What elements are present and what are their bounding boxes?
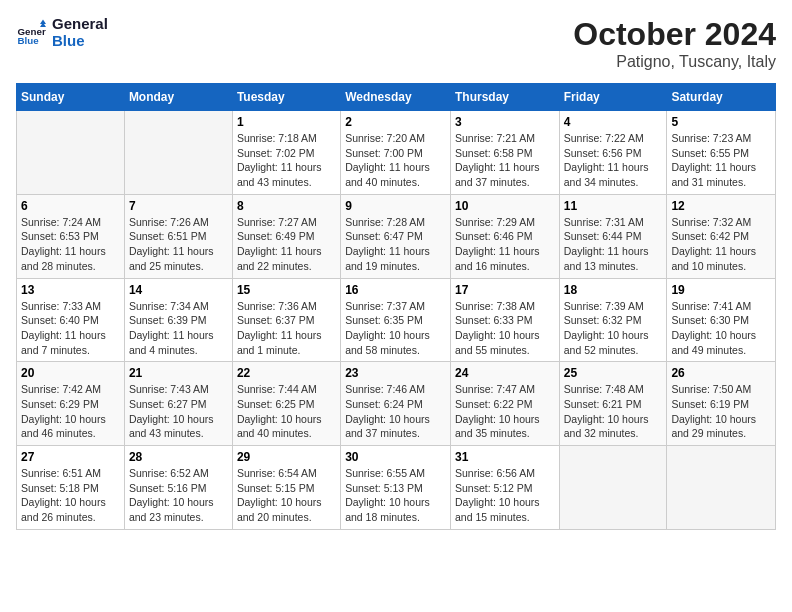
header-row: Sunday Monday Tuesday Wednesday Thursday…: [17, 84, 776, 111]
day-info: Sunrise: 7:28 AM Sunset: 6:47 PM Dayligh…: [345, 215, 446, 274]
calendar-cell: 18Sunrise: 7:39 AM Sunset: 6:32 PM Dayli…: [559, 278, 667, 362]
week-row-5: 27Sunrise: 6:51 AM Sunset: 5:18 PM Dayli…: [17, 446, 776, 530]
day-info: Sunrise: 7:44 AM Sunset: 6:25 PM Dayligh…: [237, 382, 336, 441]
day-number: 24: [455, 366, 555, 380]
day-number: 2: [345, 115, 446, 129]
day-number: 26: [671, 366, 771, 380]
day-info: Sunrise: 7:20 AM Sunset: 7:00 PM Dayligh…: [345, 131, 446, 190]
day-info: Sunrise: 7:21 AM Sunset: 6:58 PM Dayligh…: [455, 131, 555, 190]
day-info: Sunrise: 7:43 AM Sunset: 6:27 PM Dayligh…: [129, 382, 228, 441]
calendar-cell: 28Sunrise: 6:52 AM Sunset: 5:16 PM Dayli…: [124, 446, 232, 530]
day-number: 28: [129, 450, 228, 464]
calendar-cell: 26Sunrise: 7:50 AM Sunset: 6:19 PM Dayli…: [667, 362, 776, 446]
calendar-cell: [559, 446, 667, 530]
col-saturday: Saturday: [667, 84, 776, 111]
calendar-cell: [667, 446, 776, 530]
calendar-cell: 19Sunrise: 7:41 AM Sunset: 6:30 PM Dayli…: [667, 278, 776, 362]
day-info: Sunrise: 6:51 AM Sunset: 5:18 PM Dayligh…: [21, 466, 120, 525]
calendar-cell: [17, 111, 125, 195]
day-info: Sunrise: 6:56 AM Sunset: 5:12 PM Dayligh…: [455, 466, 555, 525]
calendar-cell: 12Sunrise: 7:32 AM Sunset: 6:42 PM Dayli…: [667, 194, 776, 278]
calendar-cell: 17Sunrise: 7:38 AM Sunset: 6:33 PM Dayli…: [450, 278, 559, 362]
logo: General Blue General Blue: [16, 16, 108, 49]
day-number: 7: [129, 199, 228, 213]
col-friday: Friday: [559, 84, 667, 111]
day-info: Sunrise: 7:26 AM Sunset: 6:51 PM Dayligh…: [129, 215, 228, 274]
svg-text:Blue: Blue: [18, 34, 40, 45]
calendar-cell: 2Sunrise: 7:20 AM Sunset: 7:00 PM Daylig…: [341, 111, 451, 195]
day-number: 25: [564, 366, 663, 380]
day-info: Sunrise: 6:52 AM Sunset: 5:16 PM Dayligh…: [129, 466, 228, 525]
day-info: Sunrise: 7:29 AM Sunset: 6:46 PM Dayligh…: [455, 215, 555, 274]
calendar-cell: 9Sunrise: 7:28 AM Sunset: 6:47 PM Daylig…: [341, 194, 451, 278]
calendar-cell: 31Sunrise: 6:56 AM Sunset: 5:12 PM Dayli…: [450, 446, 559, 530]
day-number: 3: [455, 115, 555, 129]
calendar-cell: 20Sunrise: 7:42 AM Sunset: 6:29 PM Dayli…: [17, 362, 125, 446]
day-number: 19: [671, 283, 771, 297]
calendar-cell: 13Sunrise: 7:33 AM Sunset: 6:40 PM Dayli…: [17, 278, 125, 362]
day-info: Sunrise: 7:47 AM Sunset: 6:22 PM Dayligh…: [455, 382, 555, 441]
day-number: 29: [237, 450, 336, 464]
calendar-cell: 1Sunrise: 7:18 AM Sunset: 7:02 PM Daylig…: [232, 111, 340, 195]
week-row-1: 1Sunrise: 7:18 AM Sunset: 7:02 PM Daylig…: [17, 111, 776, 195]
logo-line1: General: [52, 16, 108, 33]
day-number: 13: [21, 283, 120, 297]
day-number: 16: [345, 283, 446, 297]
col-tuesday: Tuesday: [232, 84, 340, 111]
page-header: General Blue General Blue October 2024 P…: [16, 16, 776, 71]
day-info: Sunrise: 7:38 AM Sunset: 6:33 PM Dayligh…: [455, 299, 555, 358]
day-info: Sunrise: 7:42 AM Sunset: 6:29 PM Dayligh…: [21, 382, 120, 441]
day-info: Sunrise: 7:24 AM Sunset: 6:53 PM Dayligh…: [21, 215, 120, 274]
day-info: Sunrise: 7:37 AM Sunset: 6:35 PM Dayligh…: [345, 299, 446, 358]
day-info: Sunrise: 7:39 AM Sunset: 6:32 PM Dayligh…: [564, 299, 663, 358]
day-number: 8: [237, 199, 336, 213]
day-number: 9: [345, 199, 446, 213]
title-block: October 2024 Patigno, Tuscany, Italy: [573, 16, 776, 71]
day-number: 11: [564, 199, 663, 213]
calendar-body: 1Sunrise: 7:18 AM Sunset: 7:02 PM Daylig…: [17, 111, 776, 530]
col-wednesday: Wednesday: [341, 84, 451, 111]
day-info: Sunrise: 7:34 AM Sunset: 6:39 PM Dayligh…: [129, 299, 228, 358]
day-info: Sunrise: 6:55 AM Sunset: 5:13 PM Dayligh…: [345, 466, 446, 525]
day-info: Sunrise: 7:48 AM Sunset: 6:21 PM Dayligh…: [564, 382, 663, 441]
calendar-cell: 10Sunrise: 7:29 AM Sunset: 6:46 PM Dayli…: [450, 194, 559, 278]
week-row-4: 20Sunrise: 7:42 AM Sunset: 6:29 PM Dayli…: [17, 362, 776, 446]
calendar-cell: [124, 111, 232, 195]
calendar-cell: 24Sunrise: 7:47 AM Sunset: 6:22 PM Dayli…: [450, 362, 559, 446]
logo-line2: Blue: [52, 33, 108, 50]
day-number: 18: [564, 283, 663, 297]
day-number: 4: [564, 115, 663, 129]
day-info: Sunrise: 7:23 AM Sunset: 6:55 PM Dayligh…: [671, 131, 771, 190]
day-info: Sunrise: 7:41 AM Sunset: 6:30 PM Dayligh…: [671, 299, 771, 358]
calendar-cell: 16Sunrise: 7:37 AM Sunset: 6:35 PM Dayli…: [341, 278, 451, 362]
day-number: 10: [455, 199, 555, 213]
day-number: 12: [671, 199, 771, 213]
calendar-cell: 11Sunrise: 7:31 AM Sunset: 6:44 PM Dayli…: [559, 194, 667, 278]
week-row-3: 13Sunrise: 7:33 AM Sunset: 6:40 PM Dayli…: [17, 278, 776, 362]
day-number: 30: [345, 450, 446, 464]
calendar-table: Sunday Monday Tuesday Wednesday Thursday…: [16, 83, 776, 530]
col-thursday: Thursday: [450, 84, 559, 111]
calendar-cell: 27Sunrise: 6:51 AM Sunset: 5:18 PM Dayli…: [17, 446, 125, 530]
logo-icon: General Blue: [16, 18, 46, 48]
day-number: 14: [129, 283, 228, 297]
calendar-cell: 8Sunrise: 7:27 AM Sunset: 6:49 PM Daylig…: [232, 194, 340, 278]
day-number: 5: [671, 115, 771, 129]
calendar-cell: 21Sunrise: 7:43 AM Sunset: 6:27 PM Dayli…: [124, 362, 232, 446]
day-info: Sunrise: 7:31 AM Sunset: 6:44 PM Dayligh…: [564, 215, 663, 274]
day-number: 22: [237, 366, 336, 380]
day-info: Sunrise: 7:22 AM Sunset: 6:56 PM Dayligh…: [564, 131, 663, 190]
week-row-2: 6Sunrise: 7:24 AM Sunset: 6:53 PM Daylig…: [17, 194, 776, 278]
day-info: Sunrise: 7:18 AM Sunset: 7:02 PM Dayligh…: [237, 131, 336, 190]
location-subtitle: Patigno, Tuscany, Italy: [573, 53, 776, 71]
calendar-cell: 22Sunrise: 7:44 AM Sunset: 6:25 PM Dayli…: [232, 362, 340, 446]
calendar-cell: 30Sunrise: 6:55 AM Sunset: 5:13 PM Dayli…: [341, 446, 451, 530]
calendar-cell: 14Sunrise: 7:34 AM Sunset: 6:39 PM Dayli…: [124, 278, 232, 362]
day-info: Sunrise: 7:50 AM Sunset: 6:19 PM Dayligh…: [671, 382, 771, 441]
calendar-cell: 23Sunrise: 7:46 AM Sunset: 6:24 PM Dayli…: [341, 362, 451, 446]
day-info: Sunrise: 6:54 AM Sunset: 5:15 PM Dayligh…: [237, 466, 336, 525]
day-number: 15: [237, 283, 336, 297]
day-number: 23: [345, 366, 446, 380]
calendar-cell: 15Sunrise: 7:36 AM Sunset: 6:37 PM Dayli…: [232, 278, 340, 362]
day-info: Sunrise: 7:33 AM Sunset: 6:40 PM Dayligh…: [21, 299, 120, 358]
